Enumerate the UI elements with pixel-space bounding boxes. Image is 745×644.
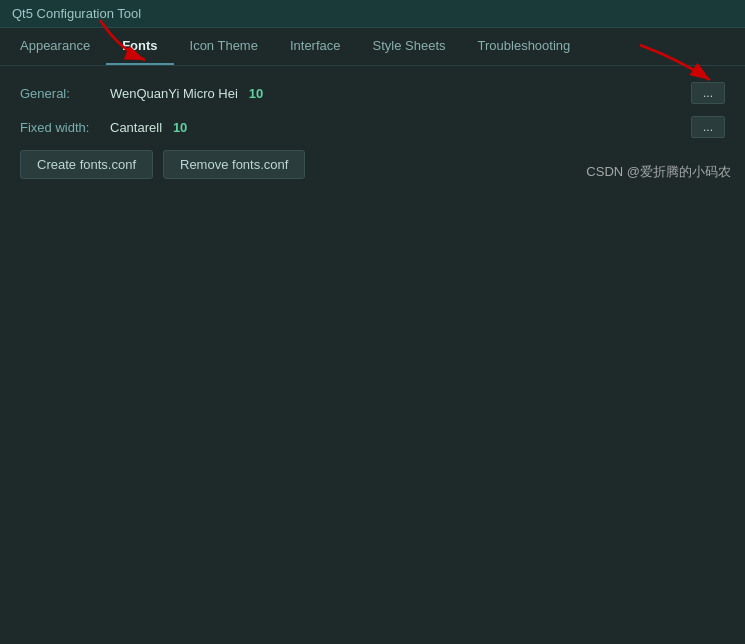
tab-bar: Appearance Fonts Icon Theme Interface St… — [0, 28, 745, 66]
tab-troubleshooting[interactable]: Troubleshooting — [462, 28, 587, 65]
create-fonts-conf-button[interactable]: Create fonts.conf — [20, 150, 153, 179]
fixed-width-font-value: Cantarell 10 — [110, 120, 691, 135]
fixed-width-font-name: Cantarell — [110, 120, 162, 135]
app-title: Qt5 Configuration Tool — [12, 6, 141, 21]
general-browse-button[interactable]: ... — [691, 82, 725, 104]
general-label: General: — [20, 86, 110, 101]
general-font-name: WenQuanYi Micro Hei — [110, 86, 238, 101]
general-font-row: General: WenQuanYi Micro Hei 10 ... — [20, 82, 725, 104]
general-font-value: WenQuanYi Micro Hei 10 — [110, 86, 691, 101]
fixed-width-browse-button[interactable]: ... — [691, 116, 725, 138]
main-wrapper: Qt5 Configuration Tool Appearance Fonts … — [0, 0, 745, 195]
tab-interface[interactable]: Interface — [274, 28, 357, 65]
watermark: CSDN @爱折腾的小码农 — [586, 163, 731, 181]
title-bar: Qt5 Configuration Tool — [0, 0, 745, 28]
fixed-width-font-size: 10 — [173, 120, 187, 135]
remove-fonts-conf-button[interactable]: Remove fonts.conf — [163, 150, 305, 179]
general-font-size: 10 — [249, 86, 263, 101]
fixed-width-label: Fixed width: — [20, 120, 110, 135]
tab-fonts[interactable]: Fonts — [106, 28, 173, 65]
fixed-width-font-row: Fixed width: Cantarell 10 ... — [20, 116, 725, 138]
tab-icon-theme[interactable]: Icon Theme — [174, 28, 274, 65]
tab-style-sheets[interactable]: Style Sheets — [357, 28, 462, 65]
tab-appearance[interactable]: Appearance — [4, 28, 106, 65]
